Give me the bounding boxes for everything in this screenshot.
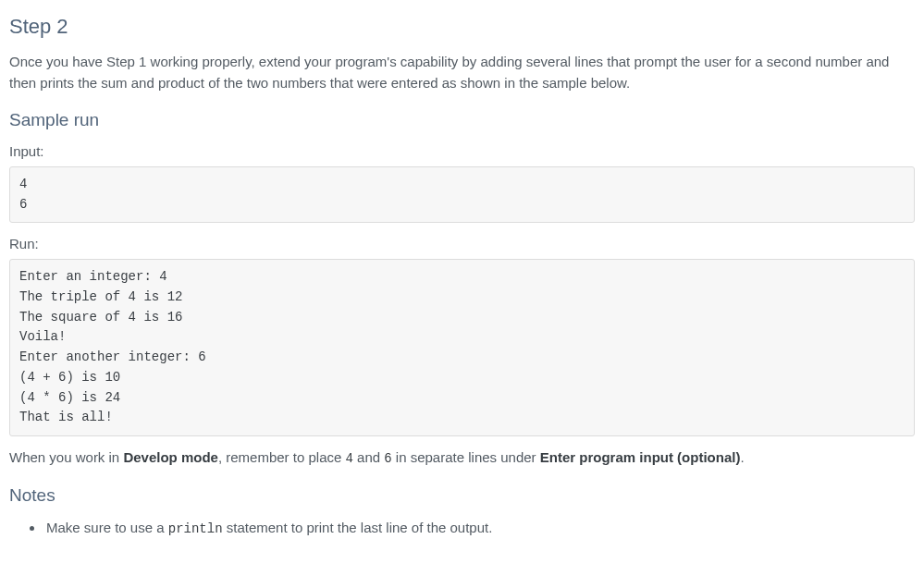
strong-enter-program-input: Enter program input (optional) xyxy=(540,449,741,465)
heading-step-2: Step 2 xyxy=(9,15,915,39)
codeblock-input: 4 6 xyxy=(9,166,915,223)
text-segment: Make sure to use a xyxy=(46,520,168,535)
text-segment: in separate lines under xyxy=(392,449,540,465)
inline-code-4: 4 xyxy=(345,451,352,466)
list-item: Make sure to use a println statement to … xyxy=(44,517,915,539)
text-segment: . xyxy=(740,449,744,465)
inline-code-6: 6 xyxy=(384,451,391,466)
strong-develop-mode: Develop mode xyxy=(123,449,218,465)
heading-sample-run: Sample run xyxy=(9,110,915,130)
label-input: Input: xyxy=(9,143,915,159)
notes-list: Make sure to use a println statement to … xyxy=(9,517,915,539)
paragraph-step2-intro: Once you have Step 1 working properly, e… xyxy=(9,52,915,93)
paragraph-develop-mode-note: When you work in Develop mode, remember … xyxy=(9,447,915,469)
text-segment: When you work in xyxy=(9,449,123,465)
text-segment: and xyxy=(353,449,384,465)
inline-code-println: println xyxy=(168,521,223,536)
codeblock-run: Enter an integer: 4 The triple of 4 is 1… xyxy=(9,259,915,436)
heading-notes: Notes xyxy=(9,485,915,506)
text-segment: statement to print the last line of the … xyxy=(223,520,493,535)
label-run: Run: xyxy=(9,236,915,251)
text-segment: , remember to place xyxy=(218,449,346,465)
